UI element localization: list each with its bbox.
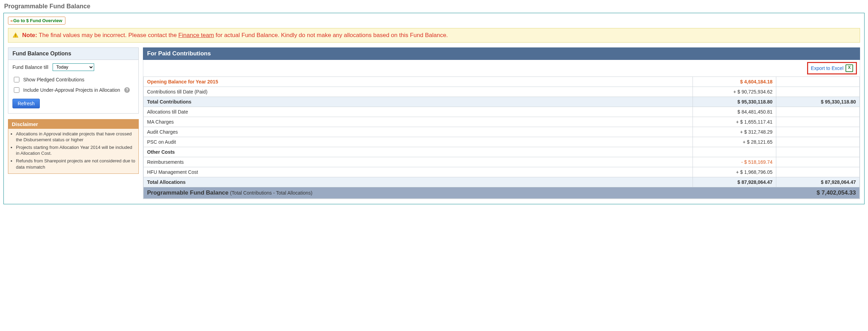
chevron-left-double-icon: « — [10, 18, 12, 23]
disclaimer-item: Projects starting from Allocation Year 2… — [16, 144, 136, 156]
table-row: Audit Charges + $ 312,748.29 — [144, 127, 860, 137]
disclaimer-header: Disclaimer — [8, 119, 138, 129]
include-under-approval-checkbox[interactable] — [14, 87, 19, 93]
hfu-management-cost-label: HFU Management Cost — [144, 167, 693, 177]
fund-balance-table: Opening Balance for Year 2015 $ 4,604,18… — [143, 77, 860, 199]
warning-icon — [12, 32, 19, 38]
audit-charges-label: Audit Charges — [144, 127, 693, 137]
opening-balance-value: $ 4,604,184.18 — [693, 77, 776, 87]
table-row: Contributions till Date (Paid) + $ 90,72… — [144, 87, 860, 97]
table-row: Other Costs — [144, 147, 860, 157]
table-row: HFU Management Cost + $ 1,968,796.05 — [144, 167, 860, 177]
warning-text-before: The final values may be incorrect. Pleas… — [39, 32, 178, 38]
pfb-formula: (Total Contributions - Total Allocations… — [230, 190, 313, 196]
pfb-value: $ 7,402,054.33 — [776, 187, 860, 198]
ma-charges-label: MA Charges — [144, 117, 693, 127]
opening-balance-label: Opening Balance for Year 2015 — [144, 77, 693, 87]
table-row: MA Charges + $ 1,655,117.41 — [144, 117, 860, 127]
fund-overview-link[interactable]: « Go to $ Fund Overview — [8, 17, 65, 25]
table-row: PSC on Audit + $ 28,121.65 — [144, 137, 860, 147]
table-row: Reimbursements - $ 518,169.74 — [144, 157, 860, 167]
fund-overview-link-label: Go to $ Fund Overview — [13, 18, 62, 23]
disclaimer-panel: Disclaimer Allocations in Approval indic… — [8, 119, 139, 174]
table-row: Total Contributions $ 95,330,118.80 $ 95… — [144, 97, 860, 107]
show-pledged-label: Show Pledged Contributions — [23, 77, 84, 82]
contributions-till-date-value: + $ 90,725,934.62 — [693, 87, 776, 97]
show-pledged-row[interactable]: Show Pledged Contributions — [12, 76, 134, 83]
total-contributions-value-2: $ 95,330,118.80 — [776, 97, 860, 107]
include-under-approval-row[interactable]: Include Under-Approval Projects in Alloc… — [12, 86, 134, 94]
psc-on-audit-label: PSC on Audit — [144, 137, 693, 147]
total-contributions-label: Total Contributions — [144, 97, 693, 107]
excel-icon[interactable]: X — [846, 64, 853, 72]
other-costs-label: Other Costs — [144, 147, 693, 157]
fund-balance-options-panel: Fund Balance Options Fund Balance till T… — [8, 47, 139, 114]
fund-balance-till-select[interactable]: Today — [53, 63, 94, 71]
disclaimer-item: Allocations in Approval indicate project… — [16, 131, 136, 143]
table-row: Opening Balance for Year 2015 $ 4,604,18… — [144, 77, 860, 87]
hfu-management-cost-value: + $ 1,968,796.05 — [693, 167, 776, 177]
paid-contributions-header: For Paid Contributions — [143, 47, 860, 60]
programmable-fund-balance-cell: Programmable Fund Balance (Total Contrib… — [144, 187, 693, 198]
svg-rect-1 — [15, 36, 16, 37]
page-title: Programmable Fund Balance — [4, 3, 865, 10]
fund-balance-till-label: Fund Balance till — [12, 64, 48, 70]
ma-charges-value: + $ 1,655,117.41 — [693, 117, 776, 127]
table-row: Total Allocations $ 87,928,064.47 $ 87,9… — [144, 177, 860, 187]
total-allocations-value: $ 87,928,064.47 — [693, 177, 776, 187]
finance-team-link[interactable]: Finance team — [178, 32, 214, 38]
show-pledged-checkbox[interactable] — [14, 77, 19, 82]
main-panel: « Go to $ Fund Overview Note: The final … — [3, 13, 865, 204]
table-row: Programmable Fund Balance (Total Contrib… — [144, 187, 860, 198]
reimbursements-label: Reimbursements — [144, 157, 693, 167]
total-allocations-value-2: $ 87,928,064.47 — [776, 177, 860, 187]
table-row: Allocations till Date $ 84,481,450.81 — [144, 107, 860, 117]
help-icon[interactable]: ? — [124, 87, 130, 93]
options-header: Fund Balance Options — [8, 48, 138, 60]
include-under-approval-label: Include Under-Approval Projects in Alloc… — [23, 87, 120, 93]
audit-charges-value: + $ 312,748.29 — [693, 127, 776, 137]
refresh-button[interactable]: Refresh — [12, 99, 40, 108]
export-to-excel-link[interactable]: Export to Excel — [811, 65, 843, 71]
warning-text: Note: The final values may be incorrect.… — [22, 31, 448, 39]
total-contributions-value: $ 95,330,118.80 — [693, 97, 776, 107]
psc-on-audit-value: + $ 28,121.65 — [693, 137, 776, 147]
note-label: Note: — [22, 32, 37, 38]
warning-text-after: for actual Fund Balance. Kindly do not m… — [216, 32, 448, 38]
reimbursements-value: - $ 518,169.74 — [693, 157, 776, 167]
allocations-till-date-label: Allocations till Date — [144, 107, 693, 117]
svg-rect-0 — [15, 34, 16, 36]
allocations-till-date-value: $ 84,481,450.81 — [693, 107, 776, 117]
contributions-till-date-label: Contributions till Date (Paid) — [144, 87, 693, 97]
warning-banner: Note: The final values may be incorrect.… — [8, 28, 860, 43]
disclaimer-item: Refunds from Sharepoint projects are not… — [16, 158, 136, 170]
export-highlight: Export to Excel X — [807, 62, 857, 74]
total-allocations-label: Total Allocations — [144, 177, 693, 187]
pfb-label: Programmable Fund Balance — [147, 189, 228, 196]
